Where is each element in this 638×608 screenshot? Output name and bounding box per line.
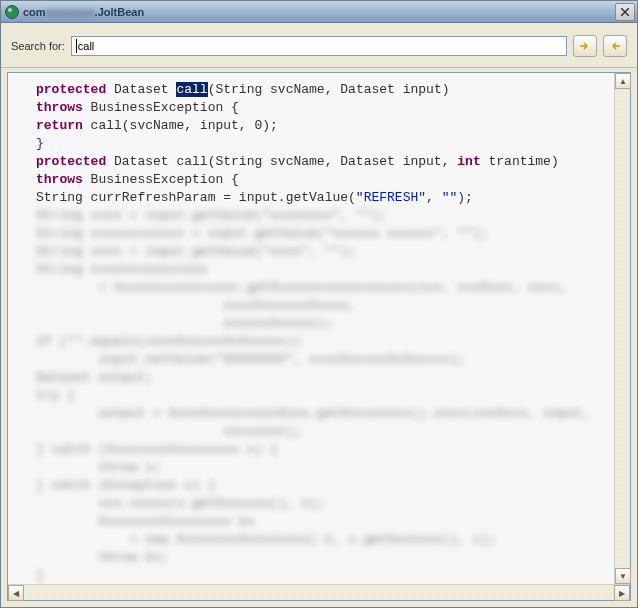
dialog-window: comxxxxxxxx.JoltBean Search for: protect…: [0, 0, 638, 608]
code-line: throw bx;: [36, 549, 622, 567]
title-prefix: com: [23, 6, 46, 18]
search-box[interactable]: [71, 36, 567, 56]
search-toolbar: Search for:: [1, 23, 637, 68]
code-line: XxxxxxxxXxxxxxxxx bx: [36, 513, 622, 531]
arrow-right-icon: [579, 41, 591, 51]
code-line: xxx.xxxxx(x.getXxxxxxx(), x);: [36, 495, 622, 513]
code-line: String xxxx = input.getValue("xxxxxxxx",…: [36, 207, 622, 225]
code-line: xxxxXxxxxxxXxxxx,: [36, 297, 622, 315]
code-line: try {: [36, 387, 622, 405]
title-suffix: JoltBean: [98, 6, 144, 18]
titlebar: comxxxxxxxx.JoltBean: [1, 1, 637, 23]
code-line: } catch (XxxxxxxxXxxxxxxxx x) {: [36, 441, 622, 459]
close-icon: [621, 8, 629, 16]
code-line: String xxxxxxxxxxxx = input.getValue("xx…: [36, 225, 622, 243]
scroll-down-button[interactable]: ▼: [615, 568, 631, 584]
code-line: = new XxxxxxxxXxxxxxxxx(-1, x.getXxxxxxx…: [36, 531, 622, 549]
editor-panel: protected Dataset call(String svcName, D…: [7, 72, 631, 601]
scroll-left-button[interactable]: ◀: [8, 585, 24, 601]
code-line: }: [36, 135, 622, 153]
vertical-scrollbar[interactable]: ▲ ▼: [614, 73, 630, 584]
scroll-v-track[interactable]: [615, 89, 630, 568]
close-button[interactable]: [615, 3, 635, 21]
arrow-left-icon: [609, 41, 621, 51]
code-line: = Xxxxxxxxxxxxxxxx.getXxxxxxxxxxxxxxxxxx…: [36, 279, 622, 297]
code-line: throws BusinessException {: [36, 99, 622, 117]
code-line: input.setValue("XXXXXXXX", xxxxXxxxxxXxX…: [36, 351, 622, 369]
code-line: } catch (Exception x) {: [36, 477, 622, 495]
title-blurred: xxxxxxxx: [46, 6, 95, 18]
search-input[interactable]: [78, 40, 562, 52]
scroll-h-track[interactable]: [24, 585, 614, 600]
find-next-button[interactable]: [573, 35, 597, 57]
code-line: return call(svcName, input, 0);: [36, 117, 622, 135]
code-line: xxxxxxxx);: [36, 423, 622, 441]
code-line: if ("".equals(xxxxXxxxxxXxXxxxxx)): [36, 333, 622, 351]
code-line: throws BusinessException {: [36, 171, 622, 189]
app-icon: [5, 5, 19, 19]
horizontal-scrollbar[interactable]: ◀ ▶: [8, 584, 630, 600]
code-line: output = XxxxXxxxxxxxxxXxxx.getXxxxxxxxx…: [36, 405, 622, 423]
code-line: protected Dataset call(String svcName, D…: [36, 81, 622, 99]
code-line: xxxxxxXxxxxx);: [36, 315, 622, 333]
window-title: comxxxxxxxx.JoltBean: [23, 6, 615, 18]
code-line: }: [36, 567, 622, 585]
scroll-up-button[interactable]: ▲: [615, 73, 631, 89]
code-line: String xxxx = input.getValue("xxxx", "")…: [36, 243, 622, 261]
code-line: String xxxxxxxxxxxxxxx: [36, 261, 622, 279]
code-line: String currRefreshParam = input.getValue…: [36, 189, 622, 207]
search-label: Search for:: [11, 40, 65, 52]
code-line: throw x;: [36, 459, 622, 477]
find-prev-button[interactable]: [603, 35, 627, 57]
code-editor[interactable]: protected Dataset call(String svcName, D…: [8, 73, 630, 600]
code-line: Dataset output;: [36, 369, 622, 387]
text-cursor: [76, 39, 77, 53]
code-line: protected Dataset call(String svcName, D…: [36, 153, 622, 171]
scroll-right-button[interactable]: ▶: [614, 585, 630, 601]
